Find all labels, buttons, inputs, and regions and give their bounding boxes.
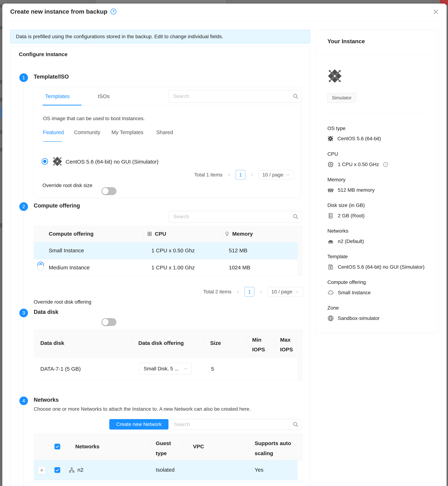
step-2-title: Compute offering: [34, 202, 80, 209]
table-scrollbar-track: [298, 357, 303, 380]
next-page-icon[interactable]: [250, 173, 254, 177]
your-instance-title: Your Instance: [328, 38, 365, 45]
cpu-value: 1 CPU x 0.50 GHz: [328, 161, 388, 168]
info-banner: Data is prefilled using the configuratio…: [10, 30, 310, 43]
datadisk-size: 5: [211, 366, 214, 372]
centos-logo-icon: [52, 157, 62, 166]
disk-server-icon: [328, 213, 334, 219]
template-search-input[interactable]: [169, 90, 290, 102]
create-new-network-button[interactable]: Create new Network: [109, 419, 168, 429]
disk-size-value: 2 GB (Root): [328, 213, 365, 219]
total-items: Total 2 items: [203, 289, 231, 295]
filter-tab-my-templates[interactable]: My Templates: [112, 130, 143, 135]
select-all-checkbox[interactable]: [55, 444, 60, 449]
modal-title: Create new instance from backup: [10, 8, 107, 15]
memory-value: 512 MB memory: [328, 187, 375, 193]
template-description: OS image that can be used to boot Instan…: [43, 116, 145, 121]
step-4-indicator: 4: [19, 396, 28, 405]
template-search[interactable]: [168, 90, 301, 103]
override-root-disk-offering-label: Override root disk offering: [34, 299, 91, 305]
modal-header: Create new instance from backup: [10, 8, 117, 16]
compute-row-radio[interactable]: [37, 264, 44, 271]
networks-value: n2 (Default): [328, 238, 364, 245]
override-root-disk-offering-toggle[interactable]: [101, 318, 116, 326]
template-radio[interactable]: [41, 158, 48, 165]
step-1-title: Template/ISO: [34, 74, 69, 80]
cloud-icon: [328, 289, 334, 296]
step-1-indicator: 1: [19, 73, 28, 82]
memory-bulb-icon: [224, 231, 230, 237]
template-pagination: Total 1 items 1 10 / page: [161, 170, 294, 180]
close-icon[interactable]: [433, 9, 439, 15]
network-icon: [328, 238, 334, 245]
datadisk-name: DATA-7-1 (5 GB): [40, 366, 81, 372]
globe-icon: [328, 315, 334, 321]
search-icon[interactable]: [290, 419, 301, 430]
chevron-down-icon: [286, 173, 290, 177]
table-scrollbar-track: [298, 460, 303, 480]
filter-tab-featured[interactable]: Featured: [43, 130, 64, 135]
networks-search[interactable]: [169, 419, 301, 430]
step-4-title: Networks: [34, 397, 59, 403]
next-page-icon[interactable]: [259, 289, 263, 294]
template-floppy-icon: [328, 264, 334, 270]
override-root-disk-size-toggle[interactable]: [101, 187, 116, 195]
network-name: n2: [77, 467, 83, 473]
template-card: [34, 87, 301, 198]
step-3-title: Data disk: [34, 309, 58, 315]
filter-tab-community[interactable]: Community: [74, 130, 100, 135]
screen: Create new instance from backup Data is …: [0, 0, 448, 486]
help-icon[interactable]: [110, 8, 117, 15]
zone-value: Sandbox-simulator: [328, 315, 380, 321]
configure-instance-title: Configure Instance: [19, 51, 68, 58]
template-name[interactable]: CentOS 5.6 (64-bit) no GUI (Simulator): [66, 159, 159, 165]
networks-description: Choose one or more Networks to attach th…: [34, 406, 251, 412]
table-scrollbar-track: [298, 242, 303, 276]
compute-search-input[interactable]: [169, 211, 290, 222]
centos-icon: [328, 136, 334, 142]
page-number[interactable]: 1: [245, 287, 254, 297]
expand-row-button[interactable]: [38, 466, 46, 474]
help-icon[interactable]: [383, 162, 388, 167]
search-icon[interactable]: [290, 211, 301, 222]
override-root-disk-size-label: Override root disk size: [42, 182, 92, 188]
compute-offering-value: Small Instance: [328, 289, 371, 296]
hypervisor-tag: Simulator: [328, 93, 356, 103]
step-3-indicator: 3: [19, 309, 28, 317]
tab-templates[interactable]: Templates: [45, 93, 70, 99]
chevron-down-icon: [184, 366, 188, 371]
page-number[interactable]: 1: [236, 170, 245, 180]
cpu-chip-icon: [328, 161, 334, 168]
network-autoscale: Yes: [255, 467, 264, 473]
centos-logo-icon: [328, 69, 342, 83]
template-value: CentOS 5.6 (64-bit) no GUI (Simulator): [328, 264, 424, 270]
total-items: Total 1 items: [194, 172, 222, 178]
search-icon[interactable]: [290, 90, 301, 102]
networks-search-input[interactable]: [169, 419, 290, 430]
filter-tab-shared[interactable]: Shared: [156, 130, 173, 135]
header-divider: [2, 21, 447, 21]
tab-isos[interactable]: ISOs: [98, 93, 110, 99]
compute-pagination: Total 2 items 1 10 / page: [170, 287, 303, 297]
network-guest-type: Isolated: [156, 467, 175, 473]
page-size-select[interactable]: 10 / page: [268, 287, 303, 297]
info-banner-text: Data is prefilled using the configuratio…: [16, 34, 223, 40]
network-row-checkbox[interactable]: [55, 467, 60, 473]
os-type-value: CentOS 5.6 (64-bit): [328, 136, 381, 142]
network-apartment-icon: [69, 467, 75, 473]
chevron-down-icon: [295, 290, 299, 294]
page-size-select[interactable]: 10 / page: [259, 170, 294, 180]
step-2-indicator: 2: [19, 202, 28, 211]
compute-search[interactable]: [168, 211, 301, 222]
cpu-grid-icon: [147, 231, 152, 237]
datadisk-offering-select[interactable]: Small Disk, 5 ...: [139, 363, 192, 374]
prev-page-icon[interactable]: [236, 289, 240, 294]
prev-page-icon[interactable]: [227, 173, 231, 177]
memory-ram-icon: [328, 187, 334, 193]
